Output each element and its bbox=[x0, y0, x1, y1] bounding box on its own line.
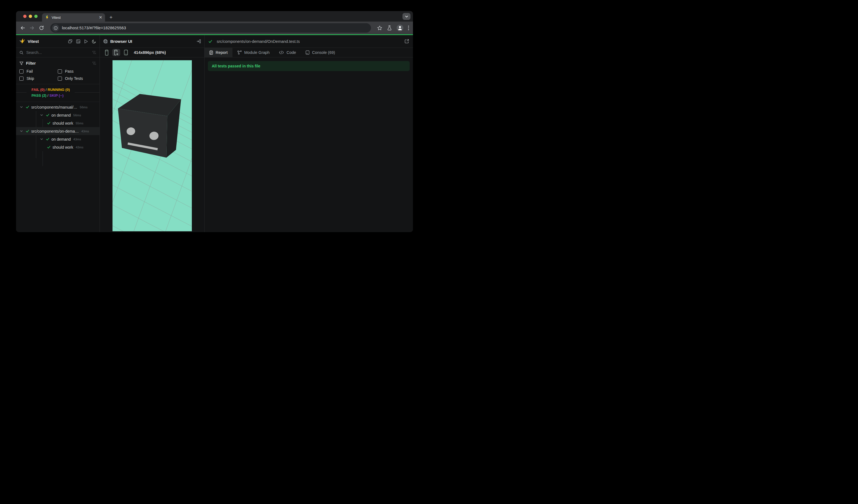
dark-mode-moon-icon[interactable] bbox=[92, 39, 96, 44]
info-icon bbox=[54, 26, 58, 30]
filter-checkbox-pass[interactable]: Pass bbox=[58, 69, 96, 74]
console-icon bbox=[305, 50, 309, 55]
test-suite-name: on demand bbox=[51, 113, 71, 117]
pass-check-icon bbox=[26, 105, 29, 109]
sidebar: Vitest bbox=[16, 35, 100, 232]
tree-row-suite[interactable]: on demand 43ms bbox=[16, 135, 99, 143]
tab-close-icon[interactable]: ✕ bbox=[99, 15, 102, 20]
checkbox-icon[interactable] bbox=[58, 69, 62, 74]
vitest-logo-icon bbox=[19, 38, 25, 44]
profile-avatar[interactable] bbox=[397, 25, 403, 31]
globe-icon bbox=[103, 39, 108, 44]
device-toolbar: 414x896px (68%) bbox=[100, 48, 204, 58]
dock-panel-right-icon[interactable] bbox=[196, 39, 201, 43]
pass-check-icon bbox=[47, 146, 51, 149]
bookmark-star-icon[interactable] bbox=[377, 26, 382, 31]
search-input[interactable]: Search... bbox=[26, 50, 89, 55]
checkbox-label: Pass bbox=[65, 69, 74, 74]
pass-check-icon bbox=[208, 40, 212, 43]
browser-ui-header: Browser UI bbox=[100, 35, 204, 48]
search-bar[interactable]: Search... bbox=[16, 48, 99, 58]
chevron-down-icon[interactable] bbox=[40, 138, 43, 140]
menu-dots-icon[interactable] bbox=[408, 26, 409, 30]
test-suite-name: on demand bbox=[51, 137, 71, 142]
chevron-down-icon[interactable] bbox=[20, 130, 23, 132]
tree-row-test[interactable]: should work 43ms bbox=[16, 143, 99, 151]
pass-check-icon bbox=[47, 121, 51, 125]
checkbox-icon[interactable] bbox=[19, 69, 23, 74]
forward-button[interactable] bbox=[29, 25, 35, 31]
test-duration: 55ms bbox=[76, 121, 83, 125]
toolbar-actions bbox=[377, 25, 409, 31]
back-button[interactable] bbox=[20, 25, 26, 31]
phone-frame-icon bbox=[124, 50, 128, 55]
close-window-button[interactable] bbox=[23, 15, 27, 18]
person-icon bbox=[397, 25, 403, 31]
vitest-app: Vitest bbox=[16, 35, 413, 232]
pass-check-icon bbox=[46, 137, 49, 141]
filter-header: Filter bbox=[19, 60, 96, 67]
search-icon bbox=[19, 51, 23, 55]
tree-row-file[interactable]: src/components/manual/… 56ms bbox=[16, 103, 99, 111]
device-phone-button[interactable] bbox=[102, 49, 111, 56]
tree-row-file-selected[interactable]: src/components/on-dema… 43ms bbox=[16, 127, 99, 135]
tree-row-test[interactable]: should work 55ms bbox=[16, 119, 99, 127]
sidebar-header: Vitest bbox=[16, 35, 99, 48]
minimize-window-button[interactable] bbox=[29, 15, 32, 18]
test-case-name: should work bbox=[52, 145, 73, 149]
tab-title: Vitest bbox=[52, 15, 96, 20]
phone-icon bbox=[105, 50, 108, 55]
report-panel: src/components/on-demand/OnDemand.test.t… bbox=[205, 35, 413, 232]
tab-console[interactable]: Console (69) bbox=[301, 48, 340, 57]
browser-preview-scene[interactable] bbox=[112, 60, 192, 231]
test-duration: 43ms bbox=[76, 146, 83, 149]
filter-checkbox-only-tests[interactable]: Only Tests bbox=[58, 76, 96, 81]
device-phone-frame-button[interactable] bbox=[122, 49, 130, 56]
test-duration: 43ms bbox=[73, 137, 81, 141]
site-info-button[interactable] bbox=[52, 24, 59, 32]
reload-icon bbox=[39, 26, 44, 30]
tab-strip: Vitest ✕ + bbox=[16, 11, 413, 21]
tab-report[interactable]: Report bbox=[205, 48, 233, 57]
clear-filter-icon[interactable] bbox=[92, 61, 96, 65]
test-case-name: should work bbox=[52, 121, 73, 126]
tab-module-graph[interactable]: Module Graph bbox=[233, 48, 274, 57]
collapse-windows-icon[interactable] bbox=[68, 39, 73, 44]
tree-row-suite[interactable]: on demand 56ms bbox=[16, 111, 99, 119]
device-phone-add-button[interactable] bbox=[112, 49, 120, 56]
clear-search-filter-icon[interactable] bbox=[92, 51, 96, 55]
reload-button[interactable] bbox=[39, 25, 44, 31]
funnel-icon bbox=[19, 61, 23, 65]
phone-add-icon bbox=[114, 50, 118, 55]
chevron-down-icon[interactable] bbox=[40, 114, 43, 116]
browser-toolbar: localhost:5173/#/?file=1828625563 bbox=[16, 21, 413, 34]
checkbox-icon[interactable] bbox=[19, 77, 23, 81]
tab-code[interactable]: Code bbox=[274, 48, 301, 57]
tab-favicon-vitest-icon bbox=[45, 15, 49, 20]
run-all-play-icon[interactable] bbox=[84, 39, 88, 44]
url-text[interactable]: localhost:5173/#/?file=1828625563 bbox=[62, 26, 126, 30]
dashboard-icon[interactable] bbox=[76, 39, 80, 44]
tab-overflow-button[interactable] bbox=[402, 13, 411, 20]
filter-checkbox-fail[interactable]: Fail bbox=[19, 69, 58, 74]
viewport-resolution[interactable]: 414x896px (68%) bbox=[134, 50, 166, 55]
open-external-link-icon[interactable] bbox=[404, 39, 409, 44]
filter-section: Filter Fail Pass bbox=[16, 58, 99, 84]
new-tab-button[interactable]: + bbox=[109, 15, 112, 20]
browser-window: Vitest ✕ + bbox=[16, 11, 413, 232]
tab-label: Report bbox=[216, 50, 228, 55]
checkbox-label: Only Tests bbox=[65, 76, 83, 81]
test-tree: src/components/manual/… 56ms on demand 5… bbox=[16, 102, 99, 232]
sidebar-title: Vitest bbox=[28, 39, 39, 44]
summary-line-1: FAIL (0) / RUNNING (0) bbox=[32, 87, 70, 93]
banner-text: All tests passed in this file bbox=[212, 64, 260, 68]
zoom-window-button[interactable] bbox=[34, 15, 37, 18]
browser-tab[interactable]: Vitest ✕ bbox=[42, 13, 105, 21]
window-controls bbox=[23, 15, 37, 18]
experiments-flask-icon[interactable] bbox=[387, 26, 392, 30]
address-bar[interactable]: localhost:5173/#/?file=1828625563 bbox=[50, 23, 371, 33]
robot-cube bbox=[118, 94, 181, 158]
chevron-down-icon[interactable] bbox=[20, 106, 23, 108]
checkbox-icon[interactable] bbox=[58, 77, 62, 81]
filter-checkbox-skip[interactable]: Skip bbox=[19, 76, 58, 81]
